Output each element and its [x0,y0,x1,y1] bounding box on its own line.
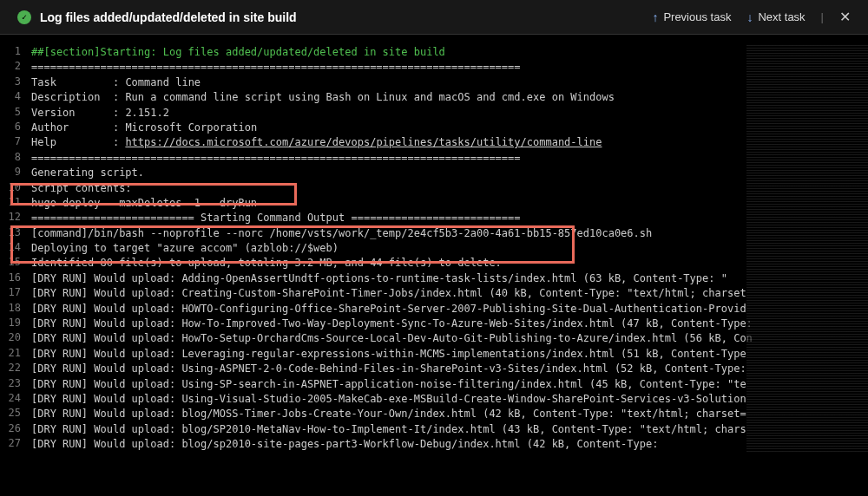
line-number: 8 [0,151,31,166]
line-number: 12 [0,211,31,225]
minimap-scrollbar[interactable] [746,45,868,453]
line-number: 6 [0,121,31,135]
log-line: [command]/bin/bash --noprofile --norc /h… [31,226,868,241]
divider: | [821,10,824,23]
line-number: 21 [0,347,31,362]
log-line: hugo deploy --maxDeletes -1 --dryRun [31,196,868,211]
line-number: 23 [0,377,31,392]
log-line: Version : 2.151.2 [31,106,868,121]
log-line: Script contents: [31,181,868,196]
line-number: 27 [0,437,31,452]
line-number: 2 [0,60,31,75]
header-left: ✓ Log files added/updated/deleted in sit… [17,10,297,24]
help-link[interactable]: https://docs.microsoft.com/azure/devops/… [125,136,602,148]
log-line: [DRY RUN] Would upload: HOWTO-Configurin… [31,302,868,317]
log-line: Author : Microsoft Corporation [31,121,868,135]
line-number: 14 [0,241,31,256]
log-line: Identified 80 file(s) to upload, totalin… [31,256,868,271]
log-line: Task : Command line [31,75,868,90]
log-line: [DRY RUN] Would upload: Using-Visual-Stu… [31,392,868,407]
close-icon[interactable]: ✕ [839,9,851,25]
line-number: 11 [0,196,31,211]
line-number: 7 [0,135,31,150]
line-number: 20 [0,331,31,346]
arrow-up-icon: ↑ [652,10,658,24]
check-icon: ✓ [17,10,31,24]
page-title: Log files added/updated/deleted in site … [40,10,297,24]
log-line: [DRY RUN] Would upload: Using-SP-search-… [31,377,868,392]
line-number: 9 [0,166,31,180]
log-line: [DRY RUN] Would upload: Using-ASPNET-2-0… [31,362,868,376]
log-line: [DRY RUN] Would upload: Adding-OpenAsser… [31,271,868,286]
log-line: ========================================… [31,60,868,75]
line-number: 5 [0,106,31,121]
log-viewer: 1##[section]Starting: Log files added/up… [0,35,868,493]
line-number: 13 [0,226,31,241]
line-number: 10 [0,181,31,196]
line-number: 1 [0,45,31,60]
log-line: [DRY RUN] Would upload: HowTo-Setup-Orch… [31,331,868,346]
log-line: [DRY RUN] Would upload: Creating-Custom-… [31,286,868,301]
log-line: ##[section]Starting: Log files added/upd… [31,45,868,60]
next-task-label: Next task [758,10,805,23]
log-line: Description : Run a command line script … [31,90,868,105]
log-line: [DRY RUN] Would upload: How-To-Improved-… [31,317,868,331]
log-line: Generating script. [31,166,868,180]
log-line: Help : https://docs.microsoft.com/azure/… [31,135,868,150]
log-line: [DRY RUN] Would upload: blog/sp2010-site… [31,437,868,452]
line-number: 4 [0,90,31,105]
log-line: ========================== Starting Comm… [31,211,868,225]
line-number: 19 [0,317,31,331]
log-line: [DRY RUN] Would upload: blog/MOSS-Timer-… [31,407,868,421]
line-number: 25 [0,407,31,421]
line-number: 16 [0,271,31,286]
line-number: 3 [0,75,31,90]
previous-task-link[interactable]: ↑ Previous task [652,10,731,24]
line-number: 26 [0,422,31,437]
log-line: [DRY RUN] Would upload: blog/SP2010-Meta… [31,422,868,437]
line-number: 17 [0,286,31,301]
line-number: 22 [0,362,31,376]
log-line: Deploying to target "azure accom" (azblo… [31,241,868,256]
line-number: 18 [0,302,31,317]
arrow-down-icon: ↓ [746,10,753,24]
line-number: 15 [0,256,31,271]
log-line: [DRY RUN] Would upload: Leveraging-regul… [31,347,868,362]
header-nav: ↑ Previous task ↓ Next task | ✕ [652,9,851,25]
previous-task-label: Previous task [663,10,731,23]
log-line: ========================================… [31,151,868,166]
next-task-link[interactable]: ↓ Next task [746,10,805,24]
header: ✓ Log files added/updated/deleted in sit… [0,0,868,35]
log-table: 1##[section]Starting: Log files added/up… [0,45,868,453]
line-number: 24 [0,392,31,407]
